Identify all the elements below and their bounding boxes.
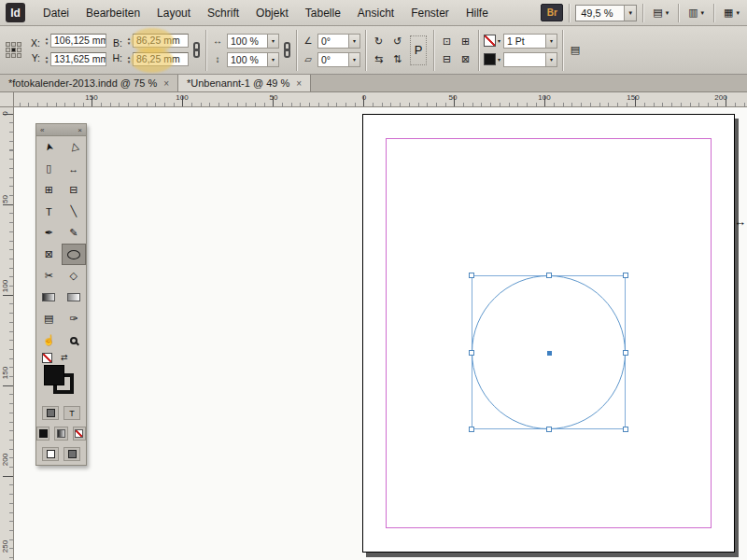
- content-placer-tool[interactable]: ⊟: [62, 179, 87, 201]
- center-content-button[interactable]: ⊟: [439, 51, 455, 66]
- fit-frame-to-content-button[interactable]: ⊞: [458, 34, 473, 49]
- control-panel-extras-button[interactable]: ▤: [568, 44, 583, 56]
- flip-vertical-button[interactable]: ⇅: [389, 51, 405, 66]
- x-spinner[interactable]: ▴▾: [43, 36, 50, 46]
- gap-tool[interactable]: ↔: [62, 158, 87, 179]
- chevron-down-icon[interactable]: ▾: [348, 53, 359, 66]
- chevron-down-icon[interactable]: ▾: [498, 56, 500, 63]
- ellipse-tool[interactable]: [62, 244, 87, 265]
- chevron-down-icon[interactable]: ▾: [545, 35, 557, 48]
- close-icon[interactable]: ×: [163, 78, 169, 89]
- menu-layout[interactable]: Layout: [148, 0, 199, 26]
- height-spinner[interactable]: ▴▾: [125, 55, 133, 64]
- chevron-down-icon[interactable]: ▾: [498, 37, 500, 44]
- proxy-point[interactable]: [11, 42, 16, 47]
- note-tool[interactable]: ▤: [36, 308, 62, 329]
- preview-mode-button[interactable]: [63, 447, 80, 461]
- menu-objekt[interactable]: Objekt: [247, 0, 297, 26]
- direct-selection-tool[interactable]: ▷: [62, 136, 87, 158]
- pencil-tool[interactable]: ✎: [62, 222, 87, 244]
- rectangle-frame-tool[interactable]: ⊠: [36, 244, 62, 265]
- tab-fotokalender[interactable]: *fotokalender-2013.indd @ 75 % ×: [0, 75, 178, 91]
- close-icon[interactable]: ×: [78, 126, 82, 134]
- selection-handle-w[interactable]: [469, 350, 474, 356]
- scissors-tool[interactable]: ✂: [36, 265, 62, 287]
- proxy-point[interactable]: [17, 53, 21, 58]
- constrain-proportions-link-icon[interactable]: [191, 42, 201, 58]
- fit-content-to-frame-button[interactable]: ⊡: [439, 34, 455, 49]
- menu-hilfe[interactable]: Hilfe: [458, 0, 497, 26]
- formatting-affects-container-button[interactable]: [42, 406, 59, 420]
- chevron-down-icon[interactable]: ▾: [545, 53, 557, 66]
- chevron-down-icon[interactable]: ▾: [267, 35, 278, 48]
- vertical-ruler[interactable]: 0 50 100 150 200 250: [0, 107, 14, 560]
- selection-handle-sw[interactable]: [469, 427, 474, 432]
- stroke-type-select[interactable]: ▾: [503, 52, 557, 67]
- tab-unbenannt-1[interactable]: *Unbenannt-1 @ 49 % ×: [178, 75, 311, 91]
- selection-handle-s[interactable]: [546, 427, 552, 432]
- shear-angle-select[interactable]: 0° ▾: [317, 52, 360, 67]
- formatting-affects-text-button[interactable]: T: [63, 406, 80, 420]
- tools-panel[interactable]: « × ➤ ▷ ▯ ↔ ⊞ ⊟ T ╲ ✒ ✎ ⊠ ✂ ◇ ▤ ✑ ☝ ⇄ T: [35, 123, 87, 466]
- proxy-point[interactable]: [6, 42, 10, 47]
- reference-point-proxy[interactable]: [6, 42, 21, 58]
- screen-mode-menu-button[interactable]: ▥ ▾: [684, 5, 708, 21]
- menu-schrift[interactable]: Schrift: [199, 0, 247, 26]
- scale-x-select[interactable]: 100 % ▾: [227, 34, 279, 49]
- flip-horizontal-button[interactable]: ⇆: [371, 51, 387, 66]
- menu-tabelle[interactable]: Tabelle: [297, 0, 349, 26]
- view-options-button[interactable]: ▤ ▾: [649, 5, 672, 21]
- stroke-weight-select[interactable]: 1 Pt ▾: [503, 34, 557, 49]
- menu-ansicht[interactable]: Ansicht: [349, 0, 402, 26]
- free-transform-tool[interactable]: ◇: [62, 265, 87, 287]
- close-icon[interactable]: ×: [296, 78, 302, 89]
- proxy-point[interactable]: [11, 53, 16, 58]
- page-tool[interactable]: ▯: [36, 158, 62, 179]
- width-field[interactable]: 86,25 mm: [133, 34, 189, 48]
- type-tool[interactable]: T: [36, 201, 62, 222]
- default-fill-stroke-icon[interactable]: [42, 353, 52, 363]
- menu-datei[interactable]: Datei: [35, 0, 78, 26]
- fill-color-indicator[interactable]: [44, 365, 64, 385]
- normal-view-mode-button[interactable]: [42, 447, 59, 461]
- proxy-point[interactable]: [17, 48, 21, 52]
- chevron-down-icon[interactable]: ▾: [267, 53, 278, 66]
- y-position-field[interactable]: 131,625 mm: [50, 52, 106, 66]
- collapse-panel-icon[interactable]: «: [40, 126, 44, 134]
- eyedropper-tool[interactable]: ✑: [62, 308, 87, 329]
- scale-y-select[interactable]: 100 % ▾: [227, 52, 279, 67]
- gradient-feather-tool[interactable]: [62, 287, 87, 308]
- y-spinner[interactable]: ▴▾: [43, 55, 50, 64]
- tools-panel-header[interactable]: « ×: [36, 124, 86, 136]
- selection-tool[interactable]: ➤: [36, 136, 62, 158]
- bridge-button[interactable]: Br: [541, 4, 563, 21]
- chevron-down-icon[interactable]: ▾: [624, 6, 636, 21]
- rotate-ccw-button[interactable]: ↺: [389, 34, 405, 49]
- rotation-angle-select[interactable]: 0° ▾: [317, 34, 360, 49]
- selection-handle-ne[interactable]: [623, 273, 628, 278]
- content-collector-tool[interactable]: ⊞: [36, 179, 62, 201]
- zoom-tool[interactable]: [62, 329, 87, 351]
- proxy-point[interactable]: [17, 42, 21, 47]
- horizontal-ruler[interactable]: 00 150 100 50 0 50 100 150 200: [14, 92, 747, 107]
- arrange-documents-button[interactable]: ▦ ▾: [720, 5, 743, 21]
- apply-color-button[interactable]: [36, 427, 49, 441]
- menu-bearbeiten[interactable]: Bearbeiten: [78, 0, 148, 26]
- line-tool[interactable]: ╲: [62, 201, 87, 222]
- proxy-point[interactable]: [6, 53, 10, 58]
- selection-handle-se[interactable]: [623, 427, 628, 432]
- rotate-cw-button[interactable]: ↻: [371, 34, 387, 49]
- x-position-field[interactable]: 106,125 mm: [50, 34, 106, 48]
- object-center-point[interactable]: [547, 351, 552, 356]
- apply-gradient-button[interactable]: [54, 427, 67, 441]
- chevron-down-icon[interactable]: ▾: [348, 35, 359, 48]
- gradient-swatch-tool[interactable]: [36, 287, 62, 308]
- selection-handle-e[interactable]: [623, 350, 628, 356]
- apply-none-button[interactable]: [73, 427, 86, 441]
- height-field[interactable]: 86,25 mm: [133, 52, 189, 66]
- proxy-point-selected[interactable]: [11, 48, 16, 52]
- stroke-color-swatch-black[interactable]: [484, 53, 496, 65]
- selection-handle-n[interactable]: [546, 273, 552, 278]
- selection-handle-nw[interactable]: [469, 273, 474, 278]
- ruler-origin-corner[interactable]: [0, 92, 14, 107]
